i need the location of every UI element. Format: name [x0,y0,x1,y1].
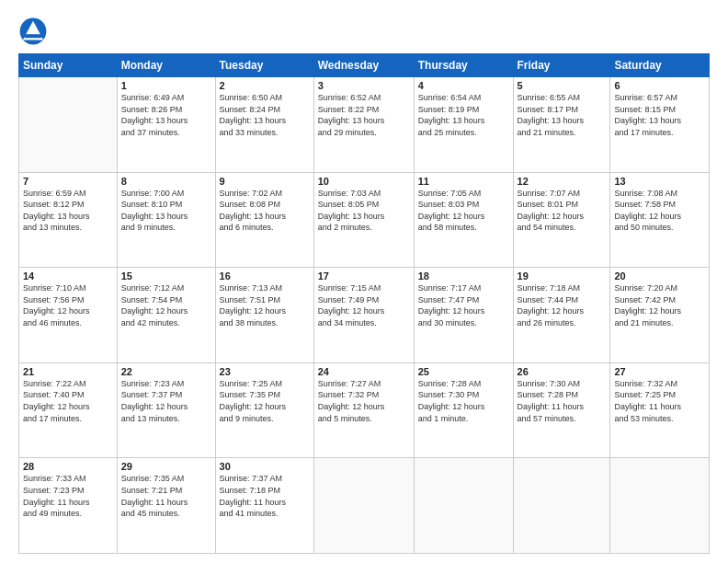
day-number: 22 [121,366,211,377]
day-info: Sunrise: 7:33 AM Sunset: 7:23 PM Dayligh… [23,473,113,519]
day-info: Sunrise: 6:54 AM Sunset: 8:19 PM Dayligh… [418,92,509,138]
day-info: Sunrise: 7:05 AM Sunset: 8:03 PM Dayligh… [418,188,509,234]
day-info: Sunrise: 7:32 AM Sunset: 7:25 PM Dayligh… [614,378,705,424]
day-header-sunday: Sunday [19,54,118,77]
day-number: 18 [418,270,509,282]
day-number: 5 [518,80,607,91]
day-info: Sunrise: 7:37 AM Sunset: 7:18 PM Dayligh… [220,473,310,519]
day-number: 17 [318,270,410,282]
day-number: 1 [121,80,211,91]
day-info: Sunrise: 7:27 AM Sunset: 7:32 PM Dayligh… [318,378,410,424]
day-number: 2 [220,80,310,91]
calendar-cell: 18Sunrise: 7:17 AM Sunset: 7:47 PM Dayli… [414,268,513,363]
day-info: Sunrise: 7:25 AM Sunset: 7:35 PM Dayligh… [220,378,310,424]
calendar-cell: 3Sunrise: 6:52 AM Sunset: 8:22 PM Daylig… [313,77,414,173]
day-number: 27 [614,366,705,377]
day-number: 7 [23,176,113,187]
day-info: Sunrise: 6:57 AM Sunset: 8:15 PM Dayligh… [614,92,705,138]
day-info: Sunrise: 6:55 AM Sunset: 8:17 PM Dayligh… [518,92,607,138]
day-number: 25 [418,366,509,377]
page-header [18,17,710,46]
calendar-cell: 15Sunrise: 7:12 AM Sunset: 7:54 PM Dayli… [117,268,215,363]
day-info: Sunrise: 7:02 AM Sunset: 8:08 PM Dayligh… [220,188,310,234]
calendar-cell: 11Sunrise: 7:05 AM Sunset: 8:03 PM Dayli… [414,172,513,268]
calendar-cell: 10Sunrise: 7:03 AM Sunset: 8:05 PM Dayli… [313,172,414,268]
day-info: Sunrise: 7:08 AM Sunset: 7:58 PM Dayligh… [614,188,705,234]
day-number: 29 [121,461,211,472]
day-info: Sunrise: 7:18 AM Sunset: 7:44 PM Dayligh… [518,282,607,328]
day-info: Sunrise: 6:49 AM Sunset: 8:26 PM Dayligh… [121,92,211,138]
day-info: Sunrise: 7:12 AM Sunset: 7:54 PM Dayligh… [121,282,211,328]
calendar-cell: 23Sunrise: 7:25 AM Sunset: 7:35 PM Dayli… [215,362,313,458]
day-number: 8 [121,176,211,187]
day-number: 30 [220,461,310,472]
calendar-cell: 25Sunrise: 7:28 AM Sunset: 7:30 PM Dayli… [414,362,513,458]
day-number: 23 [220,366,310,377]
day-number: 21 [23,366,113,377]
calendar-cell: 7Sunrise: 6:59 AM Sunset: 8:12 PM Daylig… [19,172,118,268]
calendar-cell: 4Sunrise: 6:54 AM Sunset: 8:19 PM Daylig… [414,77,513,173]
calendar-cell: 30Sunrise: 7:37 AM Sunset: 7:18 PM Dayli… [215,458,313,554]
logo-icon [18,17,48,46]
day-number: 20 [614,270,705,282]
calendar-cell: 14Sunrise: 7:10 AM Sunset: 7:56 PM Dayli… [19,268,118,363]
svg-rect-2 [24,34,41,38]
day-number: 12 [518,176,607,187]
day-header-wednesday: Wednesday [313,54,414,77]
day-number: 10 [318,176,410,187]
day-info: Sunrise: 7:20 AM Sunset: 7:42 PM Dayligh… [614,282,705,328]
day-info: Sunrise: 7:30 AM Sunset: 7:28 PM Dayligh… [518,378,607,424]
day-info: Sunrise: 6:59 AM Sunset: 8:12 PM Dayligh… [23,188,113,234]
calendar-cell: 29Sunrise: 7:35 AM Sunset: 7:21 PM Dayli… [117,458,215,554]
calendar-cell: 16Sunrise: 7:13 AM Sunset: 7:51 PM Dayli… [215,268,313,363]
day-number: 15 [121,270,211,282]
calendar-cell [513,458,610,554]
calendar-cell: 26Sunrise: 7:30 AM Sunset: 7:28 PM Dayli… [513,362,610,458]
day-info: Sunrise: 7:10 AM Sunset: 7:56 PM Dayligh… [23,282,113,328]
calendar-cell: 8Sunrise: 7:00 AM Sunset: 8:10 PM Daylig… [117,172,215,268]
calendar-cell: 13Sunrise: 7:08 AM Sunset: 7:58 PM Dayli… [610,172,710,268]
day-header-saturday: Saturday [610,54,710,77]
week-row-0: 1Sunrise: 6:49 AM Sunset: 8:26 PM Daylig… [19,77,710,173]
logo [18,17,51,46]
day-info: Sunrise: 7:07 AM Sunset: 8:01 PM Dayligh… [518,188,607,234]
calendar-cell [610,458,710,554]
day-number: 14 [23,270,113,282]
calendar-cell: 12Sunrise: 7:07 AM Sunset: 8:01 PM Dayli… [513,172,610,268]
calendar-cell: 2Sunrise: 6:50 AM Sunset: 8:24 PM Daylig… [215,77,313,173]
day-info: Sunrise: 7:22 AM Sunset: 7:40 PM Dayligh… [23,378,113,424]
calendar-cell: 28Sunrise: 7:33 AM Sunset: 7:23 PM Dayli… [19,458,118,554]
day-header-monday: Monday [117,54,215,77]
day-number: 19 [518,270,607,282]
calendar-table: SundayMondayTuesdayWednesdayThursdayFrid… [18,53,710,554]
week-row-3: 21Sunrise: 7:22 AM Sunset: 7:40 PM Dayli… [19,362,710,458]
day-info: Sunrise: 7:00 AM Sunset: 8:10 PM Dayligh… [121,188,211,234]
day-number: 28 [23,461,113,472]
day-info: Sunrise: 6:50 AM Sunset: 8:24 PM Dayligh… [220,92,310,138]
day-header-row: SundayMondayTuesdayWednesdayThursdayFrid… [19,54,710,77]
calendar-cell [313,458,414,554]
calendar-cell: 27Sunrise: 7:32 AM Sunset: 7:25 PM Dayli… [610,362,710,458]
day-info: Sunrise: 6:52 AM Sunset: 8:22 PM Dayligh… [318,92,410,138]
calendar-cell [414,458,513,554]
day-number: 3 [318,80,410,91]
day-info: Sunrise: 7:03 AM Sunset: 8:05 PM Dayligh… [318,188,410,234]
day-info: Sunrise: 7:13 AM Sunset: 7:51 PM Dayligh… [220,282,310,328]
calendar-cell: 17Sunrise: 7:15 AM Sunset: 7:49 PM Dayli… [313,268,414,363]
calendar-cell: 6Sunrise: 6:57 AM Sunset: 8:15 PM Daylig… [610,77,710,173]
calendar-cell: 22Sunrise: 7:23 AM Sunset: 7:37 PM Dayli… [117,362,215,458]
day-number: 13 [614,176,705,187]
day-number: 24 [318,366,410,377]
week-row-4: 28Sunrise: 7:33 AM Sunset: 7:23 PM Dayli… [19,458,710,554]
calendar-cell: 1Sunrise: 6:49 AM Sunset: 8:26 PM Daylig… [117,77,215,173]
calendar-cell: 5Sunrise: 6:55 AM Sunset: 8:17 PM Daylig… [513,77,610,173]
calendar-cell: 21Sunrise: 7:22 AM Sunset: 7:40 PM Dayli… [19,362,118,458]
day-header-tuesday: Tuesday [215,54,313,77]
day-info: Sunrise: 7:15 AM Sunset: 7:49 PM Dayligh… [318,282,410,328]
calendar-cell [19,77,118,173]
day-number: 6 [614,80,705,91]
calendar-cell: 9Sunrise: 7:02 AM Sunset: 8:08 PM Daylig… [215,172,313,268]
day-info: Sunrise: 7:35 AM Sunset: 7:21 PM Dayligh… [121,473,211,519]
calendar-cell: 24Sunrise: 7:27 AM Sunset: 7:32 PM Dayli… [313,362,414,458]
week-row-1: 7Sunrise: 6:59 AM Sunset: 8:12 PM Daylig… [19,172,710,268]
